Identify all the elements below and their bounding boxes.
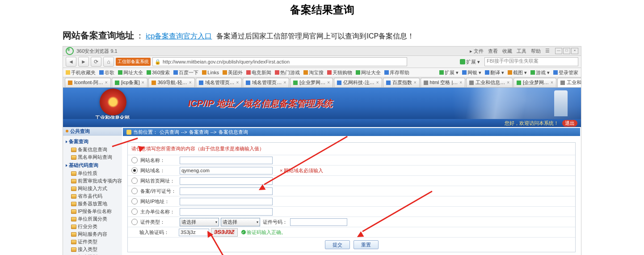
browser-tab[interactable]: html 空格 |…× xyxy=(421,78,466,87)
tab-close-icon[interactable]: × xyxy=(376,80,379,85)
sidebar-item[interactable]: 单位所属分类 xyxy=(66,215,122,223)
tab-close-icon[interactable]: × xyxy=(236,80,239,85)
bookmark-item[interactable]: 谷歌 xyxy=(99,69,114,76)
reload-button[interactable]: ⟳ xyxy=(91,57,101,67)
browser-tab[interactable]: 亿网科技-注…× xyxy=(334,78,382,87)
bookmark-right-item[interactable]: 游戏 ▾ xyxy=(530,69,550,76)
bookmark-right-item[interactable]: 扩展 ▾ xyxy=(439,69,459,76)
radio-org[interactable] xyxy=(131,208,138,215)
minimize-button[interactable]: — xyxy=(555,48,562,54)
game-icon xyxy=(530,70,535,75)
bookmark-item[interactable]: 库存帮助 xyxy=(384,69,409,76)
sidebar-item[interactable]: 行政级别 xyxy=(66,253,122,255)
url-input[interactable]: 🔒http://www.miitbeian.gov.cn/publish/que… xyxy=(152,57,407,66)
browser-tab[interactable]: 工业和信息…× xyxy=(466,78,513,87)
bookmark-item[interactable]: 天猫购物 xyxy=(327,69,352,76)
sidebar-item[interactable]: 网站接入方式 xyxy=(66,185,122,192)
browser-tab[interactable]: [icp备案]× xyxy=(112,78,147,87)
tab-close-icon[interactable]: × xyxy=(551,80,553,85)
radio-cert-type[interactable] xyxy=(131,219,138,225)
radio-license[interactable] xyxy=(131,188,138,194)
radio-ip[interactable] xyxy=(131,198,138,204)
browser-tab[interactable]: 域名管理页…× xyxy=(243,78,289,87)
bookmark-item[interactable]: Links xyxy=(202,70,219,75)
browser-tab[interactable]: Iconfont-阿…× xyxy=(65,78,111,87)
sidebar-item[interactable]: 单位性质 xyxy=(66,170,122,177)
captcha-image[interactable]: 3S3J3Z xyxy=(211,228,238,237)
sidebar-item[interactable]: 行业分类 xyxy=(66,223,122,230)
sidebar-item[interactable]: 接入类型 xyxy=(66,246,122,253)
select-cert-type-2[interactable]: 请选择▾ xyxy=(221,218,260,226)
input-license[interactable] xyxy=(180,187,273,195)
bookmark-right-item[interactable]: 登录管家 xyxy=(553,69,578,76)
bookmark-item[interactable]: 手机收藏夹 xyxy=(66,69,96,76)
input-site-name[interactable] xyxy=(180,157,273,164)
menu-file[interactable]: ▸ 文件 xyxy=(470,48,484,55)
bookmark-item[interactable]: 电竞新闻 xyxy=(246,69,271,76)
breadcrumb-part[interactable]: 公共查询 xyxy=(160,129,179,136)
menu-view[interactable]: 查看 xyxy=(488,48,498,55)
bookmark-item[interactable]: 360搜索 xyxy=(147,69,170,76)
browser-tab[interactable]: 工业和信息…× xyxy=(557,78,581,87)
sidebar-group[interactable]: 基础代码查询 xyxy=(66,161,122,170)
home-button[interactable]: ⌂ xyxy=(103,57,114,67)
bookmark-item[interactable]: 美团外 xyxy=(223,69,243,76)
tab-close-icon[interactable]: × xyxy=(459,80,462,85)
browser-tab[interactable]: 域名管理页…× xyxy=(196,78,242,87)
sidebar-item[interactable]: 省市县代码 xyxy=(66,192,122,200)
bookmark-right-item[interactable]: 翻译 ▾ xyxy=(485,69,504,76)
input-ip[interactable] xyxy=(180,198,273,205)
sidebar-item[interactable]: IP报备单位名称 xyxy=(66,208,122,215)
ext-dropdown[interactable]: 扩展 ▾ xyxy=(460,59,480,65)
tab-close-icon[interactable]: × xyxy=(327,80,330,85)
star-icon xyxy=(66,70,70,75)
browser-tab[interactable]: [企业梦网…× xyxy=(290,78,333,87)
select-cert-type-1[interactable]: 请选择▾ xyxy=(180,218,219,226)
sidebar-item[interactable]: 服务器放置地 xyxy=(66,200,122,208)
submit-button[interactable]: 提交 xyxy=(325,240,350,249)
sidebar-item[interactable]: 前置审批或专项内容 xyxy=(66,177,122,185)
bookmark-item[interactable]: 热门游戏 xyxy=(275,69,300,76)
sidebar-item[interactable]: 黑名单网站查询 xyxy=(66,153,122,161)
browser-tab[interactable]: 百度指数× xyxy=(383,78,420,87)
close-button[interactable]: × xyxy=(571,48,578,54)
bookmark-right-item[interactable]: 网银 ▾ xyxy=(462,69,481,76)
exit-button[interactable]: 退出 xyxy=(562,120,577,127)
input-site-domain[interactable]: qymeng.com xyxy=(180,167,273,174)
input-captcha[interactable]: 3S3j3z xyxy=(179,229,209,236)
bookmark-right-item[interactable]: 截图 ▾ xyxy=(508,69,527,76)
input-cert-no[interactable] xyxy=(290,218,347,226)
menu-help[interactable]: 帮助 xyxy=(531,48,541,55)
browser-tab[interactable]: 369导航-轻…× xyxy=(148,78,195,87)
sidebar-item[interactable]: 证件类型 xyxy=(66,238,122,246)
input-homepage[interactable] xyxy=(180,177,273,185)
radio-site-name[interactable] xyxy=(131,157,138,163)
bookmark-item[interactable]: 淘宝搜 xyxy=(303,69,324,76)
bookmark-item[interactable]: 网址大全 xyxy=(118,69,143,76)
menu-fav[interactable]: 收藏 xyxy=(502,48,512,55)
sidebar-group[interactable]: 备案查询 xyxy=(66,137,122,146)
tab-close-icon[interactable]: × xyxy=(105,80,108,85)
sidebar-item[interactable]: 备案信息查询 xyxy=(66,146,122,153)
browser-search-input[interactable]: FBI接手中国学生失联案 xyxy=(484,57,578,66)
intro-link[interactable]: icp备案查询官方入口 xyxy=(146,32,212,40)
bookmark-item[interactable]: 网址大全 xyxy=(356,69,381,76)
radio-homepage[interactable] xyxy=(131,178,138,184)
browser-tab[interactable]: [企业梦网…× xyxy=(514,78,556,87)
forward-button[interactable]: ► xyxy=(78,57,89,67)
sidebar-item[interactable]: 网站服务内容 xyxy=(66,230,122,238)
bookmark-item[interactable]: 百度一下 xyxy=(173,69,198,76)
back-button[interactable]: ◄ xyxy=(66,57,76,67)
tab-close-icon[interactable]: × xyxy=(189,80,192,85)
tab-close-icon[interactable]: × xyxy=(283,80,286,85)
menu-tools[interactable]: 工具 xyxy=(517,48,526,55)
tab-close-icon[interactable]: × xyxy=(507,80,509,85)
maximize-button[interactable]: □ xyxy=(563,48,570,54)
input-org[interactable] xyxy=(180,208,273,216)
tab-close-icon[interactable]: × xyxy=(414,80,417,85)
radio-site-domain[interactable] xyxy=(131,167,138,174)
tab-close-icon[interactable]: × xyxy=(142,80,144,85)
menu-user-icon[interactable]: ☰ xyxy=(545,48,550,55)
breadcrumb-part[interactable]: 备案查询 xyxy=(189,129,209,136)
reset-button[interactable]: 重置 xyxy=(354,240,379,249)
